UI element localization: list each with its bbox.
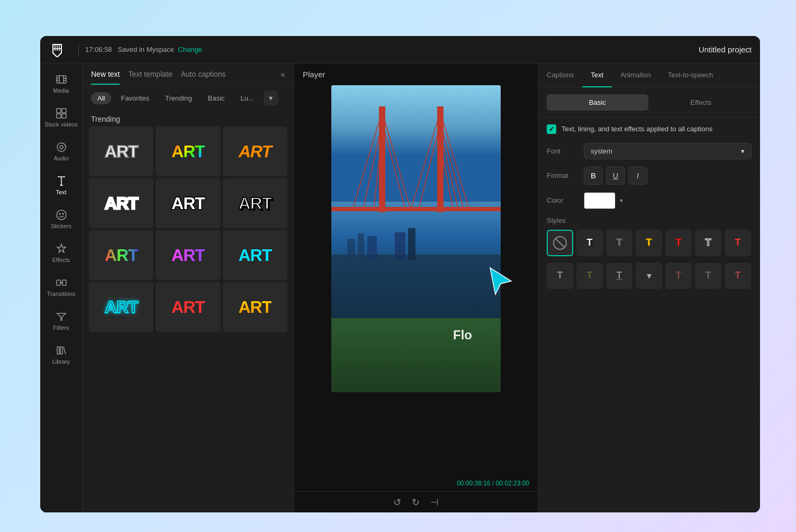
- right-panel-tabs: Captions Text Animation Text-to-speech: [538, 64, 760, 88]
- sidebar-item-audio[interactable]: Audio: [42, 136, 80, 167]
- svg-point-18: [62, 213, 64, 214]
- style-swatch-none[interactable]: [547, 230, 573, 256]
- style-b-6[interactable]: T: [695, 263, 721, 289]
- subtab-effects[interactable]: Effects: [650, 94, 752, 111]
- checkbox-row: Text, lining, and text effects applied t…: [547, 124, 752, 134]
- template-label-10: ART: [171, 297, 205, 317]
- svg-rect-21: [57, 347, 59, 354]
- filter-basic[interactable]: Basic: [202, 92, 231, 104]
- film-icon: [56, 74, 67, 85]
- style-b-1[interactable]: T: [547, 263, 573, 289]
- svg-rect-43: [367, 236, 377, 260]
- style-shadow2-label: T: [617, 237, 622, 248]
- template-label-4: ART: [171, 194, 205, 213]
- subtab-basic[interactable]: Basic: [547, 94, 648, 111]
- format-italic-btn[interactable]: I: [628, 167, 647, 185]
- template-cell-8[interactable]: ART: [223, 230, 287, 280]
- svg-rect-23: [331, 85, 501, 202]
- filter-trending[interactable]: Trending: [159, 92, 198, 104]
- svg-rect-25: [331, 318, 501, 392]
- template-label-11: ART: [238, 297, 272, 317]
- apply-all-checkbox[interactable]: [547, 124, 556, 134]
- style-swatch-yellow[interactable]: T: [636, 230, 662, 256]
- sidebar-item-transitions[interactable]: Transitions: [42, 271, 80, 303]
- template-cell-2[interactable]: ART: [223, 127, 287, 176]
- tab-text[interactable]: Text: [582, 64, 612, 87]
- svg-point-16: [57, 210, 66, 220]
- top-bar-separator: [78, 43, 79, 56]
- style-b-2[interactable]: T: [576, 263, 603, 289]
- format-bold-btn[interactable]: B: [584, 167, 603, 185]
- template-cell-1[interactable]: ART: [156, 127, 220, 176]
- style-swatch-red2[interactable]: T: [725, 230, 751, 256]
- time-display-current: 00:00:36:16 / 00:02:23:00: [457, 480, 529, 487]
- template-cell-4[interactable]: ART: [156, 178, 220, 228]
- svg-rect-9: [57, 114, 61, 118]
- template-cell-0[interactable]: ART: [89, 127, 153, 176]
- player-viewport: Flo: [294, 85, 538, 475]
- styles-label: Styles: [547, 217, 752, 224]
- change-link[interactable]: Change: [178, 46, 202, 53]
- tab-animation[interactable]: Animation: [612, 64, 659, 87]
- template-cell-3[interactable]: ART: [89, 178, 153, 228]
- time-display: 17:06:58: [85, 46, 112, 53]
- panel-collapse-btn[interactable]: «: [281, 70, 285, 85]
- section-title-trending: Trending: [83, 111, 294, 127]
- template-cell-10[interactable]: ART: [156, 282, 220, 332]
- style-b-5[interactable]: T: [665, 263, 692, 289]
- text-icon: [56, 175, 67, 187]
- filter-lu[interactable]: Lu...: [234, 92, 260, 104]
- sidebar-item-filters[interactable]: Filters: [42, 305, 80, 337]
- style-swatch-outline-gray[interactable]: T: [695, 230, 721, 256]
- font-select[interactable]: system ▾: [584, 143, 752, 159]
- template-label-9: ART: [105, 297, 138, 317]
- tab-captions[interactable]: Captions: [538, 64, 582, 87]
- style-b-3[interactable]: T: [606, 263, 632, 289]
- template-cell-7[interactable]: ART: [156, 230, 220, 280]
- tab-tts[interactable]: Text-to-speech: [659, 64, 721, 87]
- redo-btn[interactable]: ↻: [412, 497, 420, 508]
- style-swatch-shadow1[interactable]: T: [576, 230, 603, 256]
- template-cell-5[interactable]: ART: [223, 178, 287, 228]
- tab-new-text[interactable]: New text: [91, 70, 120, 85]
- sidebar-item-media[interactable]: Media: [42, 68, 80, 100]
- color-dropdown-arrow[interactable]: ▾: [620, 197, 623, 204]
- split-btn[interactable]: ⊣: [430, 497, 439, 508]
- sidebar-item-effects[interactable]: Effects: [42, 237, 80, 269]
- filter-all[interactable]: All: [91, 92, 111, 104]
- svg-rect-8: [62, 109, 66, 113]
- format-btns: B U I: [584, 167, 752, 185]
- styles-grid: T T T T T: [547, 230, 752, 256]
- template-cell-11[interactable]: ART: [223, 282, 287, 332]
- audio-icon: [56, 141, 67, 153]
- checkbox-label: Text, lining, and text effects applied t…: [562, 124, 712, 134]
- video-frame: Flo: [331, 85, 501, 392]
- style-swatch-red-stroke[interactable]: T: [665, 230, 692, 256]
- filter-row: All Favorites Trending Basic Lu... ▾: [83, 85, 294, 111]
- style-b-4[interactable]: ▾: [636, 263, 662, 289]
- filters-icon: [56, 311, 67, 322]
- style-yellow-label: T: [646, 237, 652, 248]
- sidebar-item-stock-videos[interactable]: Stock videos: [42, 102, 80, 133]
- tab-auto-captions[interactable]: Auto captions: [181, 70, 226, 85]
- sidebar-item-stickers[interactable]: Stickers: [42, 203, 80, 235]
- sidebar-item-label-effects: Effects: [52, 257, 70, 263]
- sidebar-item-text[interactable]: Text: [42, 169, 80, 201]
- stickers-icon: [56, 209, 67, 221]
- font-control: system ▾: [584, 143, 752, 159]
- filter-dropdown-btn[interactable]: ▾: [264, 91, 278, 105]
- template-cell-6[interactable]: ART: [89, 230, 153, 280]
- library-icon: [56, 345, 67, 356]
- sidebar-item-label-stock: Stock videos: [44, 121, 77, 128]
- tab-text-template[interactable]: Text template: [128, 70, 172, 85]
- style-swatch-shadow2[interactable]: T: [606, 230, 632, 256]
- template-cell-9[interactable]: ART: [89, 282, 153, 332]
- filter-favorites[interactable]: Favorites: [114, 92, 155, 104]
- svg-rect-42: [358, 233, 364, 260]
- format-underline-btn[interactable]: U: [606, 167, 625, 185]
- sidebar-item-library[interactable]: Library: [42, 339, 80, 371]
- top-bar-info: 17:06:58 Saved in Myspace Change: [85, 46, 202, 53]
- style-b-7[interactable]: T: [725, 263, 751, 289]
- undo-btn[interactable]: ↺: [393, 497, 401, 508]
- color-swatch[interactable]: [584, 192, 616, 209]
